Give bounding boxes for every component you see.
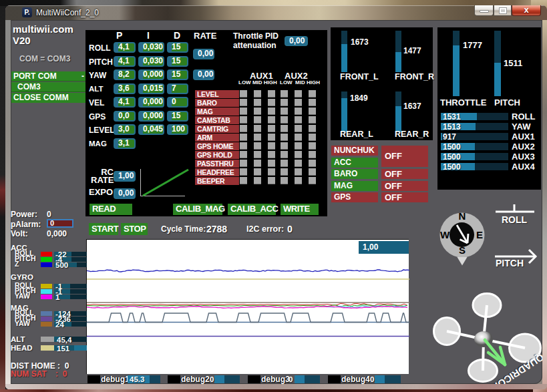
svg-text:W: W (440, 229, 450, 240)
svg-text:S: S (459, 244, 466, 256)
svg-text:E: E (476, 229, 483, 240)
svg-text:N: N (459, 210, 466, 222)
